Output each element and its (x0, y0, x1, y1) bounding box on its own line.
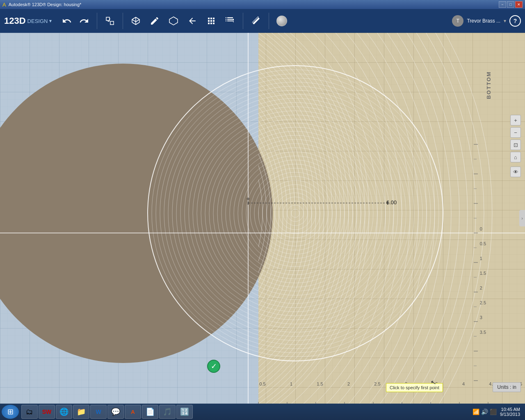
separator-2 (123, 13, 123, 29)
zoom-fit-button[interactable]: ⊡ (510, 139, 521, 150)
canvas-bg-right[interactable] (258, 33, 525, 404)
taskbar-vlc[interactable]: 🎵 (159, 405, 176, 419)
taskbar-file-explorer[interactable]: 🗂 (21, 405, 38, 419)
system-tray: 📶 🔊 ⬛ (472, 409, 497, 415)
undo-button[interactable] (59, 13, 75, 29)
file-explorer-icon: 🗂 (26, 408, 33, 416)
svg-rect-0 (106, 17, 110, 21)
taskbar-chrome[interactable]: 🌐 (56, 405, 72, 419)
tooltip: Click to specify first point (386, 383, 443, 392)
measure-button[interactable] (248, 13, 264, 29)
chrome-icon: 🌐 (59, 407, 68, 416)
separator-3 (243, 13, 243, 29)
acrobat-icon: 📄 (146, 407, 155, 416)
maximize-button[interactable]: □ (507, 1, 514, 8)
svg-rect-1 (110, 21, 114, 25)
logo-dropdown-icon[interactable]: ▾ (49, 18, 52, 24)
primitives-button[interactable] (128, 13, 144, 29)
vlc-icon: 🎵 (163, 407, 172, 416)
canvas-area: 6.00 0 0.5 1 1.5 2 2.5 3 3.5 0.5 1 1.5 2… (0, 33, 525, 404)
transform-button[interactable] (102, 13, 118, 29)
battery-icon: ⬛ (490, 409, 497, 415)
undo-redo-group (59, 13, 92, 29)
taskbar: ⊞ 🗂 SW 🌐 📁 W 💬 A 📄 🎵 🔢 📶 🔊 ⬛ 10:45 AM 9/… (0, 404, 525, 420)
taskbar-word[interactable]: W (90, 405, 107, 419)
time-display: 10:45 AM (500, 407, 520, 412)
sketch-button[interactable] (147, 13, 162, 29)
date-display: 9/13/2013 (500, 412, 520, 417)
construct-button[interactable] (166, 13, 181, 29)
help-button[interactable]: ? (509, 15, 521, 27)
explorer-icon: 📁 (77, 407, 86, 416)
window-title: Autodesk® 123D® Design: housing* (9, 2, 82, 7)
canvas-bg-left[interactable] (0, 33, 258, 404)
taskbar-explorer[interactable]: 📁 (73, 405, 89, 419)
units-badge[interactable]: Units : in (493, 382, 521, 392)
confirm-button[interactable]: ✓ (207, 360, 220, 373)
pattern-button[interactable] (203, 13, 219, 29)
minimize-button[interactable]: − (499, 1, 506, 8)
taskbar-right-area: 📶 🔊 ⬛ 10:45 AM 9/13/2013 (472, 407, 523, 417)
close-button[interactable]: ✕ (515, 1, 523, 8)
taskbar-skype[interactable]: 💬 (107, 405, 124, 419)
avatar: T (452, 15, 463, 27)
right-panel-toggle[interactable]: › (519, 210, 525, 226)
redo-button[interactable] (76, 13, 92, 29)
titlebar: A Autodesk® 123D® Design: housing* − □ ✕ (0, 0, 525, 9)
tooltip-text: Click to specify first point (390, 385, 439, 390)
user-area: T Trevor Brass ... ▾ ? (452, 15, 521, 27)
group-button[interactable] (222, 13, 238, 29)
taskbar-autocad[interactable]: A (125, 405, 141, 419)
autocad-icon: A (131, 409, 135, 415)
zoom-in-button[interactable]: + (510, 115, 521, 126)
start-button[interactable]: ⊞ (2, 405, 19, 419)
user-dropdown-icon[interactable]: ▾ (504, 18, 506, 24)
window-controls: − □ ✕ (499, 1, 523, 8)
logo-area: 123D DESIGN ▾ (4, 16, 52, 26)
logo-123d: 123D (4, 16, 26, 26)
modify-button[interactable] (185, 13, 200, 29)
taskbar-solidworks[interactable]: SW (39, 405, 55, 419)
main-toolbar: 123D DESIGN ▾ (0, 9, 525, 33)
logo-design: DESIGN (27, 18, 48, 24)
skype-icon: 💬 (111, 407, 120, 416)
separator-1 (97, 13, 97, 29)
checkmark-icon: ✓ (211, 362, 217, 371)
sphere-button[interactable] (274, 13, 290, 29)
view-controls-panel: + − ⊡ ⌂ 👁 (510, 115, 521, 177)
taskbar-acrobat[interactable]: 📄 (142, 405, 158, 419)
units-label: Units : in (497, 384, 516, 390)
user-name[interactable]: Trevor Brass ... (467, 18, 500, 24)
zoom-out-button[interactable]: − (510, 127, 521, 138)
svg-marker-2 (169, 17, 178, 25)
separator-4 (269, 13, 269, 29)
system-clock[interactable]: 10:45 AM 9/13/2013 (500, 407, 520, 417)
volume-icon: 🔊 (481, 409, 488, 415)
calculator-icon: 🔢 (180, 407, 189, 416)
taskbar-calculator[interactable]: 🔢 (176, 405, 193, 419)
visibility-button[interactable]: 👁 (510, 167, 521, 177)
word-icon: W (96, 409, 101, 415)
title-text: A Autodesk® 123D® Design: housing* (2, 2, 81, 8)
solidworks-icon: SW (42, 409, 52, 415)
autodesk-icon: A (2, 2, 6, 8)
network-icon: 📶 (472, 409, 479, 415)
zoom-home-button[interactable]: ⌂ (510, 152, 521, 162)
